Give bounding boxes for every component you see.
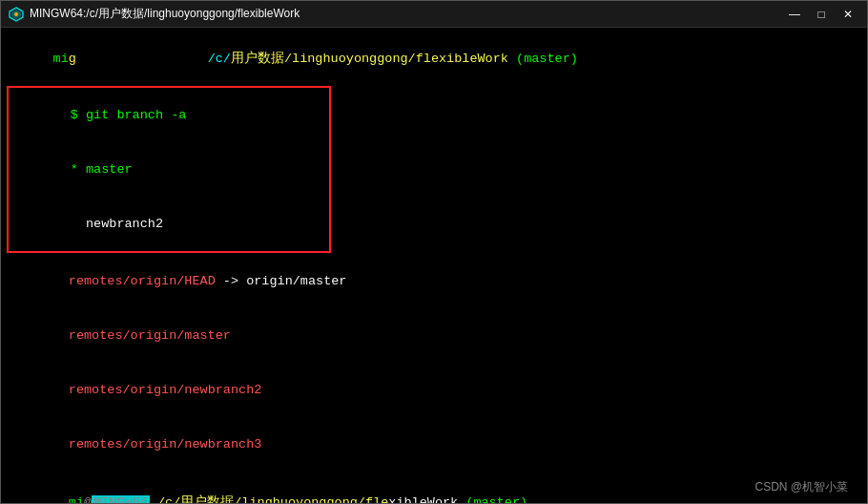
window-title: MINGW64:/c/用户数据/linghuoyonggong/flexible… (30, 6, 300, 22)
app-icon (9, 7, 24, 22)
branch1-master: * master (9, 142, 329, 197)
close-button[interactable]: ✕ (837, 6, 859, 23)
window-controls[interactable]: — □ ✕ (783, 6, 859, 23)
cmd1-line: $ git branch -a (9, 88, 329, 142)
branch1-remotes-head: remotes/origin/HEAD -> origin/master (7, 254, 861, 308)
branch1-newbranch2: newbranch2 (9, 197, 329, 251)
terminal-window: MINGW64:/c/用户数据/linghuoyonggong/flexible… (0, 0, 868, 504)
branch1-remotes-nb2: remotes/origin/newbranch2 (7, 363, 861, 417)
line-top-partial: mig /c/用户数据/linghuoyonggong/flexibleWork… (7, 32, 861, 86)
svg-point-2 (14, 12, 18, 16)
title-bar-left: MINGW64:/c/用户数据/linghuoyonggong/flexible… (9, 6, 300, 22)
terminal-body[interactable]: mig /c/用户数据/linghuoyonggong/flexibleWork… (1, 28, 867, 503)
title-bar: MINGW64:/c/用户数据/linghuoyonggong/flexible… (1, 1, 867, 28)
branch1-remotes-nb3: remotes/origin/newbranch3 (7, 417, 861, 472)
maximize-button[interactable]: □ (810, 6, 833, 23)
prompt2-line: mi@MINGW64 /c/用户数据/linghuoyonggong/flexi… (7, 475, 861, 503)
branch1-remotes-master: remotes/origin/master (7, 308, 861, 363)
watermark: CSDN @机智小菜 (754, 479, 848, 495)
minimize-button[interactable]: — (783, 6, 806, 23)
